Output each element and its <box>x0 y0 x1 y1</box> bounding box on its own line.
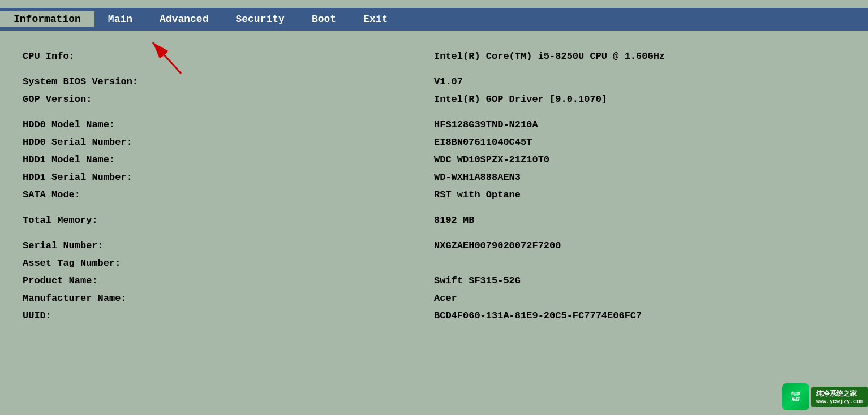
info-value-16: Acer <box>434 289 845 307</box>
info-value-3: Intel(R) GOP Driver [9.0.1070] <box>434 90 845 108</box>
info-label-16: Manufacturer Name: <box>23 289 434 307</box>
info-value-8: WD-WXH1A888AEN3 <box>434 168 845 186</box>
bios-screen: Information Main Advanced Security Boot … <box>0 0 868 415</box>
info-value-2: V1.07 <box>434 73 845 90</box>
info-label-0: CPU Info: <box>23 47 434 65</box>
nav-item-information[interactable]: Information <box>0 11 94 27</box>
watermark: 纯净系统 纯净系统之家 www.ycwjzy.com <box>782 383 868 410</box>
info-label-17: UUID: <box>23 307 434 325</box>
nav-item-security[interactable]: Security <box>222 11 298 27</box>
info-spacer-4 <box>23 108 845 116</box>
info-spacer-10 <box>23 204 845 211</box>
info-label-11: Total Memory: <box>23 211 434 229</box>
content-area: CPU Info:Intel(R) Core(TM) i5-8250U CPU … <box>0 31 868 336</box>
info-label-7: HDD1 Model Name: <box>23 151 434 168</box>
info-label-15: Product Name: <box>23 272 434 289</box>
info-label-14: Asset Tag Number: <box>23 254 434 272</box>
info-value-9: RST with Optane <box>434 186 845 204</box>
nav-item-advanced[interactable]: Advanced <box>146 11 222 27</box>
info-value-11: 8192 MB <box>434 211 845 229</box>
nav-item-exit[interactable]: Exit <box>350 11 401 27</box>
info-value-13: NXGZAEH0079020072F7200 <box>434 237 845 254</box>
info-value-6: EI8BN07611040C45T <box>434 133 845 151</box>
info-label-13: Serial Number: <box>23 237 434 254</box>
info-label-2: System BIOS Version: <box>23 73 434 90</box>
title-bar <box>0 0 868 8</box>
info-label-5: HDD0 Model Name: <box>23 116 434 133</box>
watermark-logo: 纯净系统 <box>782 383 809 410</box>
nav-item-main[interactable]: Main <box>94 11 146 27</box>
info-value-5: HFS128G39TND-N210A <box>434 116 845 133</box>
nav-bar: Information Main Advanced Security Boot … <box>0 8 868 31</box>
info-value-17: BCD4F060-131A-81E9-20C5-FC7774E06FC7 <box>434 307 845 325</box>
info-label-6: HDD0 Serial Number: <box>23 133 434 151</box>
info-spacer-12 <box>23 229 845 237</box>
info-spacer-1 <box>23 65 845 73</box>
info-label-9: SATA Mode: <box>23 186 434 204</box>
watermark-text: 纯净系统之家 www.ycwjzy.com <box>811 387 868 407</box>
info-label-8: HDD1 Serial Number: <box>23 168 434 186</box>
info-value-0: Intel(R) Core(TM) i5-8250U CPU @ 1.60GHz <box>434 47 845 65</box>
info-value-15: Swift SF315-52G <box>434 272 845 289</box>
watermark-site-name: 纯净系统之家 <box>816 389 863 399</box>
nav-item-boot[interactable]: Boot <box>298 11 350 27</box>
info-value-7: WDC WD10SPZX-21Z10T0 <box>434 151 845 168</box>
info-label-3: GOP Version: <box>23 90 434 108</box>
info-value-14 <box>434 254 845 272</box>
watermark-url: www.ycwjzy.com <box>816 399 863 405</box>
